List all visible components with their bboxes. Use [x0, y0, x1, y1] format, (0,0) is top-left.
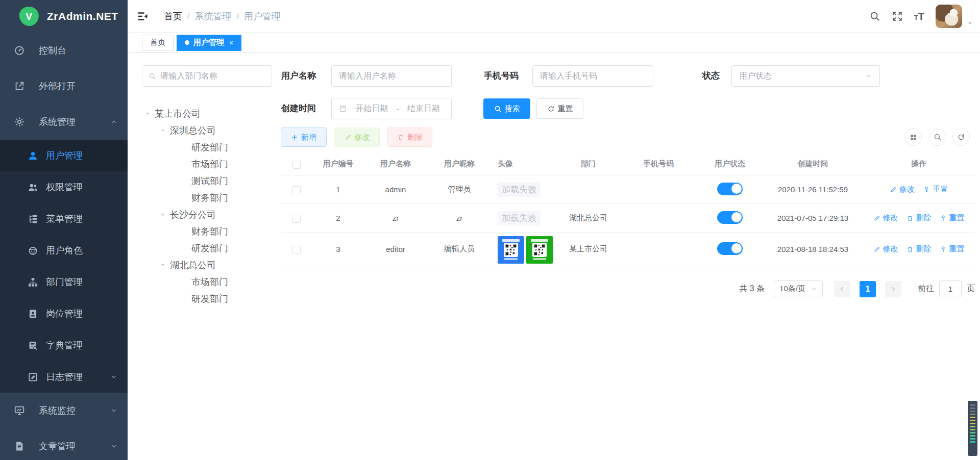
tree-node[interactable]: 财务部门	[142, 223, 272, 240]
sidebar-item-system-management[interactable]: 系统管理	[0, 104, 128, 140]
page-size-select[interactable]: 10条/页	[774, 280, 823, 297]
tree-node[interactable]: 某上市公司	[142, 105, 272, 122]
table-body: 1admin管理员加载失败2020-11-26 11:52:59修改重置2zrz…	[281, 175, 975, 266]
status-toggle[interactable]	[717, 242, 743, 255]
sidebar-item-post-management[interactable]: 岗位管理	[0, 298, 128, 329]
reset-link[interactable]: 重置	[923, 185, 948, 194]
goto-page-input[interactable]	[939, 280, 962, 297]
plus-icon	[291, 134, 298, 141]
sidebar-item-user-management[interactable]: 用户管理	[0, 140, 128, 171]
sidebar-item-label: 菜单管理	[46, 213, 83, 225]
tree-node-label: 湖北总公司	[170, 259, 216, 271]
phone-label: 手机号码	[484, 65, 519, 87]
breadcrumb-home[interactable]: 首页	[164, 10, 182, 22]
reset-button[interactable]: 重置	[536, 98, 583, 119]
dept-search-input[interactable]	[160, 71, 265, 81]
tree-node[interactable]: 研发部门	[142, 240, 272, 257]
select-all-checkbox[interactable]	[292, 161, 301, 169]
delete-link[interactable]: 删除	[906, 244, 932, 254]
sidebar-item-dept-management[interactable]: 部门管理	[0, 266, 128, 298]
tree-node[interactable]: 市场部门	[142, 273, 272, 290]
prev-page-button[interactable]	[834, 281, 850, 297]
font-size-icon[interactable]: TT	[914, 11, 924, 21]
minimap-stripe	[970, 411, 975, 412]
sidebar-item-permission-management[interactable]: 权限管理	[0, 171, 128, 203]
reset-link[interactable]: 重置	[940, 244, 965, 254]
edit-link-label: 修改	[883, 244, 898, 254]
row-checkbox[interactable]	[292, 215, 301, 223]
sidebar-item-system-monitor[interactable]: 系统监控	[0, 393, 128, 428]
fullscreen-icon[interactable]	[892, 11, 903, 22]
delete-link[interactable]: 删除	[906, 213, 932, 223]
user-avatar[interactable]	[936, 5, 962, 28]
status-toggle[interactable]	[717, 211, 743, 224]
breadcrumb-system: 系统管理	[194, 10, 231, 22]
sidebar-item-label: 用户管理	[46, 149, 83, 162]
tree-node[interactable]: 财务部门	[142, 189, 272, 206]
tab-close-icon[interactable]: ×	[229, 39, 233, 47]
scroll-minimap[interactable]	[968, 401, 977, 456]
header-cell: 用户昵称	[426, 159, 493, 169]
show-search-button[interactable]	[929, 129, 946, 146]
tab-home[interactable]: 首页	[142, 35, 174, 51]
sidebar-item-user-roles[interactable]: 用户角色	[0, 235, 128, 266]
delete-link-label: 删除	[916, 244, 932, 254]
tree-node-label: 长沙分公司	[170, 209, 216, 221]
next-page-button[interactable]	[885, 281, 901, 297]
avatar-caret-down-icon[interactable]	[967, 20, 973, 26]
search-icon[interactable]	[869, 11, 880, 22]
sidebar-item-article-management[interactable]: 文章管理	[0, 428, 128, 460]
tree-node[interactable]: 市场部门	[142, 156, 272, 172]
reset-link-label: 重置	[949, 213, 965, 223]
date-start-placeholder: 开始日期	[351, 104, 393, 114]
app-logo[interactable]: V ZrAdmin.NET	[0, 0, 128, 33]
edit-link[interactable]: 修改	[890, 185, 915, 194]
edit-button[interactable]: 修改	[334, 127, 380, 147]
sidebar-item-label: 岗位管理	[46, 308, 83, 320]
page-number-button[interactable]: 1	[860, 281, 876, 297]
reset-link[interactable]: 重置	[940, 213, 965, 223]
row-select-cell	[281, 244, 311, 253]
status-select[interactable]: 用户状态	[731, 65, 880, 87]
cell-nickname: zr	[426, 214, 493, 222]
sidebar-item-external-open[interactable]: 外部打开	[0, 68, 128, 104]
qr-caption-bottom	[504, 258, 518, 260]
row-checkbox[interactable]	[292, 186, 301, 194]
sidebar-item-label: 外部打开	[39, 80, 76, 92]
sidebar-item-log-management[interactable]: 日志管理	[0, 361, 128, 393]
chevron-right-icon	[890, 286, 897, 293]
tab-user-management[interactable]: 用户管理 ×	[177, 35, 241, 51]
tree-node[interactable]: 长沙分公司	[142, 206, 272, 223]
cell-nickname: 编辑人员	[426, 244, 493, 254]
refresh-icon	[547, 105, 555, 113]
sidebar-item-menu-management[interactable]: 菜单管理	[0, 203, 128, 235]
edit-link-label: 修改	[899, 185, 915, 194]
sidebar-item-label: 控制台	[39, 44, 66, 57]
tree-node[interactable]: 研发部门	[142, 290, 272, 307]
edit-link[interactable]: 修改	[873, 213, 898, 223]
phone-input[interactable]	[540, 71, 646, 81]
status-toggle[interactable]	[717, 183, 743, 195]
minimap-stripe	[970, 423, 975, 424]
tree-node[interactable]: 深圳总公司	[142, 122, 272, 139]
tree-node[interactable]: 研发部门	[142, 139, 272, 156]
columns-toggle-button[interactable]	[904, 129, 922, 146]
date-range-picker[interactable]: 开始日期 - 结束日期	[331, 98, 452, 119]
sidebar-item-dict-management[interactable]: 字典管理	[0, 329, 128, 361]
cell-created: 2020-11-26 11:52:59	[763, 185, 863, 194]
pencil-icon	[873, 246, 880, 253]
search-button[interactable]: 搜索	[483, 98, 530, 119]
user-name-input[interactable]	[339, 71, 444, 81]
tree-node[interactable]: 湖北总公司	[142, 257, 272, 273]
sidebar-collapse-icon[interactable]	[136, 10, 149, 22]
sidebar-item-label: 系统监控	[39, 404, 76, 417]
delete-button[interactable]: 删除	[387, 127, 432, 147]
tree-node[interactable]: 测试部门	[142, 172, 272, 189]
row-checkbox[interactable]	[292, 246, 301, 254]
add-button[interactable]: 新增	[281, 127, 327, 147]
header-cell: 手机号码	[620, 159, 697, 169]
sidebar-item-dashboard[interactable]: 控制台	[0, 33, 128, 68]
refresh-table-button[interactable]	[952, 129, 970, 146]
header-cell: 部门	[556, 159, 620, 169]
edit-link[interactable]: 修改	[873, 244, 898, 254]
